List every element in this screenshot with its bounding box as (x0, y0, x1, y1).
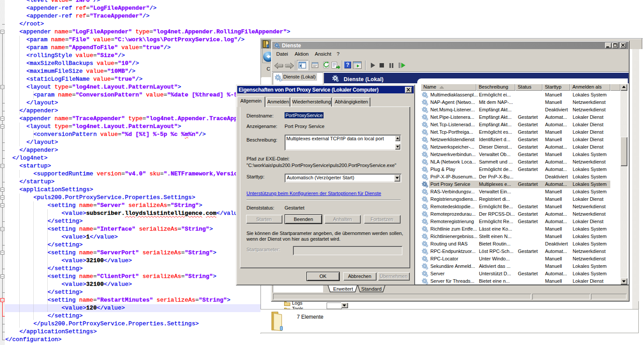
svg-text:Standard: Standard (361, 286, 382, 292)
svg-text:Erweitert: Erweitert (333, 286, 353, 292)
